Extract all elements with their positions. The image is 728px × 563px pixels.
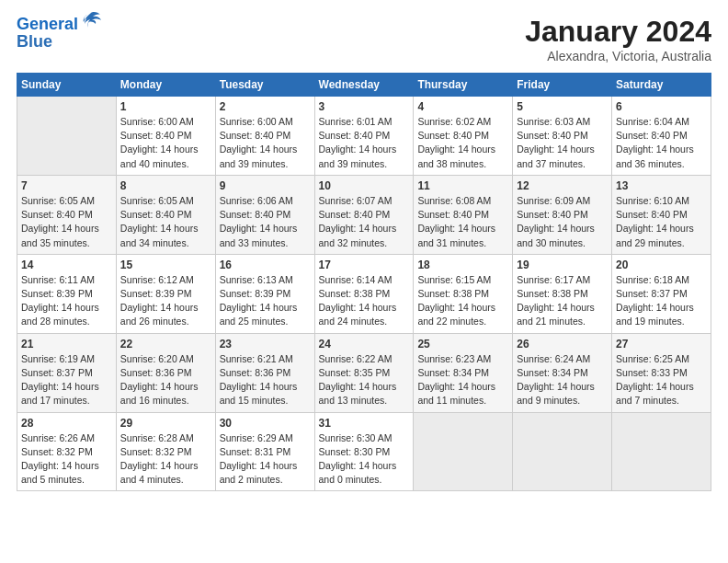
date-number: 6	[616, 100, 707, 113]
cell-info: Sunrise: 6:05 AMSunset: 8:40 PMDaylight:…	[120, 194, 211, 250]
date-number: 4	[417, 100, 508, 113]
calendar-cell: 11Sunrise: 6:08 AMSunset: 8:40 PMDayligh…	[414, 175, 513, 254]
calendar-cell: 19Sunrise: 6:17 AMSunset: 8:38 PMDayligh…	[513, 254, 612, 333]
calendar-cell: 21Sunrise: 6:19 AMSunset: 8:37 PMDayligh…	[17, 333, 117, 412]
date-number: 10	[319, 179, 410, 192]
date-number: 12	[517, 179, 608, 192]
header-day-thursday: Thursday	[414, 74, 513, 97]
date-number: 19	[517, 259, 608, 271]
header-day-sunday: Sunday	[17, 74, 117, 97]
calendar-table: SundayMondayTuesdayWednesdayThursdayFrid…	[17, 73, 711, 491]
date-number: 3	[319, 100, 410, 113]
logo-line2: Blue	[17, 32, 102, 52]
calendar-cell: 14Sunrise: 6:11 AMSunset: 8:39 PMDayligh…	[17, 254, 117, 333]
cell-info: Sunrise: 6:24 AMSunset: 8:34 PMDaylight:…	[517, 352, 608, 408]
date-number: 30	[220, 417, 311, 430]
cell-info: Sunrise: 6:26 AMSunset: 8:32 PMDaylight:…	[21, 431, 112, 488]
date-number: 24	[319, 338, 410, 350]
cell-info: Sunrise: 6:11 AMSunset: 8:39 PMDaylight:…	[21, 273, 112, 329]
subtitle: Alexandra, Victoria, Australia	[525, 49, 711, 63]
calendar-cell: 7Sunrise: 6:05 AMSunset: 8:40 PMDaylight…	[17, 175, 117, 254]
page-header: General Blue January 2024 Alexandra, Vic…	[17, 15, 711, 63]
calendar-cell: 13Sunrise: 6:10 AMSunset: 8:40 PMDayligh…	[612, 175, 711, 254]
date-number: 2	[220, 100, 311, 113]
cell-info: Sunrise: 6:18 AMSunset: 8:37 PMDaylight:…	[616, 273, 707, 329]
date-number: 16	[220, 259, 311, 271]
calendar-cell: 25Sunrise: 6:23 AMSunset: 8:34 PMDayligh…	[414, 333, 513, 412]
date-number: 8	[120, 179, 211, 192]
header-day-friday: Friday	[513, 74, 612, 97]
week-row-3: 14Sunrise: 6:11 AMSunset: 8:39 PMDayligh…	[17, 254, 711, 333]
cell-info: Sunrise: 6:06 AMSunset: 8:40 PMDaylight:…	[220, 194, 311, 250]
cell-info: Sunrise: 6:22 AMSunset: 8:35 PMDaylight:…	[319, 352, 410, 408]
date-number: 31	[319, 417, 410, 430]
header-day-wednesday: Wednesday	[314, 74, 414, 97]
date-number: 5	[517, 100, 608, 113]
date-number: 9	[220, 179, 311, 192]
calendar-cell: 15Sunrise: 6:12 AMSunset: 8:39 PMDayligh…	[116, 254, 215, 333]
main-title: January 2024	[525, 15, 711, 49]
date-number: 27	[616, 338, 707, 350]
cell-info: Sunrise: 6:17 AMSunset: 8:38 PMDaylight:…	[517, 273, 608, 329]
logo: General Blue	[17, 15, 102, 51]
cell-info: Sunrise: 6:07 AMSunset: 8:40 PMDaylight:…	[319, 194, 410, 250]
calendar-cell: 22Sunrise: 6:20 AMSunset: 8:36 PMDayligh…	[116, 333, 215, 412]
calendar-cell	[414, 412, 513, 491]
cell-info: Sunrise: 6:01 AMSunset: 8:40 PMDaylight:…	[319, 115, 410, 171]
date-number: 7	[21, 179, 112, 192]
header-day-tuesday: Tuesday	[215, 74, 314, 97]
cell-info: Sunrise: 6:00 AMSunset: 8:40 PMDaylight:…	[120, 115, 211, 171]
date-number: 17	[319, 259, 410, 271]
calendar-cell: 12Sunrise: 6:09 AMSunset: 8:40 PMDayligh…	[513, 175, 612, 254]
calendar-cell: 10Sunrise: 6:07 AMSunset: 8:40 PMDayligh…	[314, 175, 414, 254]
calendar-cell: 29Sunrise: 6:28 AMSunset: 8:32 PMDayligh…	[116, 412, 215, 491]
calendar-cell: 27Sunrise: 6:25 AMSunset: 8:33 PMDayligh…	[612, 333, 711, 412]
date-number: 23	[220, 338, 311, 350]
date-number: 20	[616, 259, 707, 271]
header-day-saturday: Saturday	[612, 74, 711, 97]
calendar-cell: 9Sunrise: 6:06 AMSunset: 8:40 PMDaylight…	[215, 175, 314, 254]
cell-info: Sunrise: 6:03 AMSunset: 8:40 PMDaylight:…	[517, 115, 608, 171]
cell-info: Sunrise: 6:15 AMSunset: 8:38 PMDaylight:…	[417, 273, 508, 329]
calendar-cell: 24Sunrise: 6:22 AMSunset: 8:35 PMDayligh…	[314, 333, 414, 412]
week-row-1: 1Sunrise: 6:00 AMSunset: 8:40 PMDaylight…	[17, 97, 711, 176]
header-row: SundayMondayTuesdayWednesdayThursdayFrid…	[17, 74, 711, 97]
date-number: 29	[120, 417, 211, 430]
cell-info: Sunrise: 6:28 AMSunset: 8:32 PMDaylight:…	[120, 431, 211, 488]
calendar-cell: 23Sunrise: 6:21 AMSunset: 8:36 PMDayligh…	[215, 333, 314, 412]
date-number: 28	[21, 417, 112, 430]
cell-info: Sunrise: 6:23 AMSunset: 8:34 PMDaylight:…	[417, 352, 508, 408]
cell-info: Sunrise: 6:00 AMSunset: 8:40 PMDaylight:…	[220, 115, 311, 171]
cell-info: Sunrise: 6:25 AMSunset: 8:33 PMDaylight:…	[616, 352, 707, 408]
calendar-cell: 5Sunrise: 6:03 AMSunset: 8:40 PMDaylight…	[513, 97, 612, 176]
cell-info: Sunrise: 6:05 AMSunset: 8:40 PMDaylight:…	[21, 194, 112, 250]
calendar-cell: 8Sunrise: 6:05 AMSunset: 8:40 PMDaylight…	[116, 175, 215, 254]
logo-bird-icon	[80, 11, 102, 31]
date-number: 13	[616, 179, 707, 192]
cell-info: Sunrise: 6:19 AMSunset: 8:37 PMDaylight:…	[21, 352, 112, 408]
calendar-cell: 31Sunrise: 6:30 AMSunset: 8:30 PMDayligh…	[314, 412, 414, 491]
cell-info: Sunrise: 6:02 AMSunset: 8:40 PMDaylight:…	[417, 115, 508, 171]
week-row-2: 7Sunrise: 6:05 AMSunset: 8:40 PMDaylight…	[17, 175, 711, 254]
cell-info: Sunrise: 6:20 AMSunset: 8:36 PMDaylight:…	[120, 352, 211, 408]
calendar-cell: 6Sunrise: 6:04 AMSunset: 8:40 PMDaylight…	[612, 97, 711, 176]
week-row-4: 21Sunrise: 6:19 AMSunset: 8:37 PMDayligh…	[17, 333, 711, 412]
calendar-cell: 1Sunrise: 6:00 AMSunset: 8:40 PMDaylight…	[116, 97, 215, 176]
cell-info: Sunrise: 6:14 AMSunset: 8:38 PMDaylight:…	[319, 273, 410, 329]
date-number: 18	[417, 259, 508, 271]
week-row-5: 28Sunrise: 6:26 AMSunset: 8:32 PMDayligh…	[17, 412, 711, 491]
calendar-cell: 3Sunrise: 6:01 AMSunset: 8:40 PMDaylight…	[314, 97, 414, 176]
cell-info: Sunrise: 6:21 AMSunset: 8:36 PMDaylight:…	[220, 352, 311, 408]
date-number: 25	[417, 338, 508, 350]
title-block: January 2024 Alexandra, Victoria, Austra…	[525, 15, 711, 63]
calendar-cell: 26Sunrise: 6:24 AMSunset: 8:34 PMDayligh…	[513, 333, 612, 412]
cell-info: Sunrise: 6:30 AMSunset: 8:30 PMDaylight:…	[319, 431, 410, 488]
header-day-monday: Monday	[116, 74, 215, 97]
calendar-cell: 30Sunrise: 6:29 AMSunset: 8:31 PMDayligh…	[215, 412, 314, 491]
calendar-cell: 20Sunrise: 6:18 AMSunset: 8:37 PMDayligh…	[612, 254, 711, 333]
calendar-cell	[612, 412, 711, 491]
date-number: 1	[120, 100, 211, 113]
calendar-cell: 17Sunrise: 6:14 AMSunset: 8:38 PMDayligh…	[314, 254, 414, 333]
calendar-cell: 2Sunrise: 6:00 AMSunset: 8:40 PMDaylight…	[215, 97, 314, 176]
cell-info: Sunrise: 6:08 AMSunset: 8:40 PMDaylight:…	[417, 194, 508, 250]
